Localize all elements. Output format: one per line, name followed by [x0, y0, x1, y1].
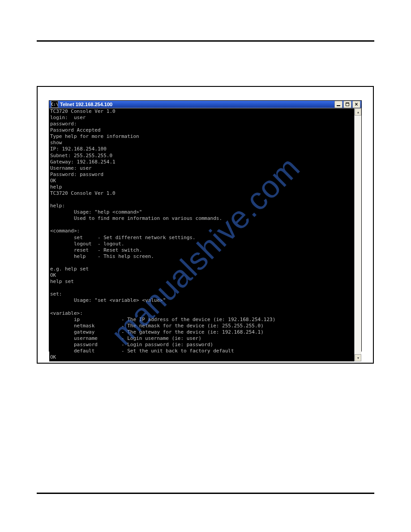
- vertical-scrollbar[interactable]: ▴ ▾: [354, 108, 361, 361]
- terminal-output: TC3720 Console Ver 1.0 login: user passw…: [49, 108, 354, 361]
- window-titlebar: C:\ Telnet 192.168.254.100 ×: [49, 101, 361, 108]
- chevron-up-icon: ▴: [357, 110, 359, 114]
- top-divider: [37, 40, 374, 42]
- scroll-down-button[interactable]: ▾: [355, 354, 361, 361]
- scrollbar-track[interactable]: [355, 116, 361, 354]
- close-icon: ×: [355, 102, 358, 107]
- terminal-area[interactable]: TC3720 Console Ver 1.0 login: user passw…: [49, 108, 354, 361]
- window-client-area: TC3720 Console Ver 1.0 login: user passw…: [49, 108, 361, 361]
- screenshot-frame: C:\ Telnet 192.168.254.100 × TC3720 Cons…: [37, 86, 374, 364]
- maximize-icon: [346, 103, 349, 106]
- maximize-button[interactable]: [343, 101, 351, 108]
- scroll-up-button[interactable]: ▴: [355, 108, 361, 116]
- window-title: Telnet 192.168.254.100: [60, 102, 334, 107]
- minimize-icon: [337, 105, 340, 106]
- chevron-down-icon: ▾: [357, 356, 359, 360]
- bottom-divider: [37, 493, 374, 494]
- close-button[interactable]: ×: [352, 101, 360, 108]
- cmd-icon: C:\: [51, 101, 58, 108]
- telnet-window: C:\ Telnet 192.168.254.100 × TC3720 Cons…: [49, 100, 362, 352]
- window-buttons: ×: [334, 101, 360, 108]
- minimize-button[interactable]: [334, 101, 342, 108]
